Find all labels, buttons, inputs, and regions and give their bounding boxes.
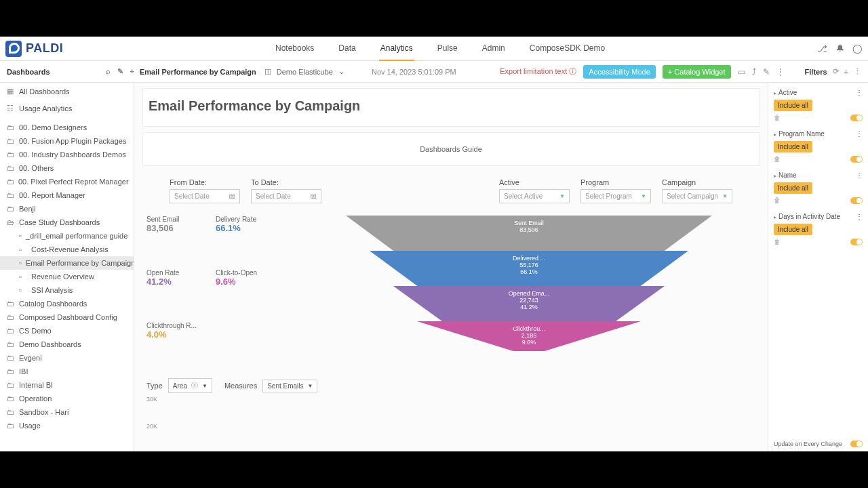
nav-pulse[interactable]: Pulse — [436, 37, 459, 61]
sidebar-folder[interactable]: 🗀00. Fusion App Plugin Packages — [0, 134, 134, 148]
filter-toggle[interactable] — [850, 239, 863, 245]
export-limitation-link[interactable]: Export limitation text ⓘ — [500, 66, 576, 77]
more-icon[interactable]: ⋮ — [856, 213, 863, 220]
cube-icon: ◫ — [264, 67, 271, 76]
funnel-step[interactable]: Opened Ema...22,74341.2% — [393, 286, 665, 321]
sidebar-folder[interactable]: 🗀00. Others — [0, 161, 134, 175]
campaign-select[interactable]: Select Campaign▼ — [662, 189, 732, 203]
sidebar-dashboard[interactable]: ▫_drill_email performance guide — [0, 229, 134, 243]
nav-admin[interactable]: Admin — [481, 37, 507, 61]
filter-group-header[interactable]: ▸Program Name⋮ — [774, 128, 863, 140]
sidebar-folder[interactable]: 🗀Sandbox - Hari — [0, 405, 134, 419]
nav-data[interactable]: Data — [337, 37, 357, 61]
catalog-widget-button[interactable]: + Catalog Widget — [663, 65, 731, 79]
filter-toggle[interactable] — [850, 156, 863, 163]
search-icon[interactable]: ⌕ — [106, 67, 111, 76]
sidebar-folder[interactable]: 🗀00. Pixel Perfect Reprot Manager — [0, 175, 134, 188]
pencil-icon[interactable]: ✎ — [763, 67, 770, 77]
sidebar-folder[interactable]: 🗀00. Industry Dashboards Demos — [0, 148, 134, 161]
sidebar-dashboard[interactable]: ▫SSI Analysis — [0, 283, 134, 297]
sidebar-folder[interactable]: 🗀Evgeni — [0, 351, 134, 365]
from-date-input[interactable]: Select Date📅︎ — [170, 189, 240, 203]
chevron-down-icon: ▼ — [308, 383, 313, 389]
git-icon[interactable]: ⎇ — [817, 43, 827, 54]
chevron-down-icon: ▼ — [202, 383, 208, 389]
filter-tag[interactable]: Include all — [774, 141, 812, 152]
sidebar-folder[interactable]: 🗀00. Report Manager — [0, 188, 134, 202]
trash-icon[interactable]: 🗑︎ — [774, 155, 781, 163]
type-select[interactable]: Areaⓧ▼ — [168, 378, 212, 393]
add-filter-icon[interactable]: + — [844, 68, 848, 76]
trash-icon[interactable]: 🗑︎ — [774, 238, 781, 245]
funnel-step[interactable]: Sent Email83,506 — [346, 216, 712, 251]
filter-tag[interactable]: Include all — [774, 224, 812, 235]
bell-icon[interactable]: 🔔︎ — [835, 43, 844, 54]
type-label: Type — [146, 382, 163, 390]
folder-icon: 🗀 — [7, 300, 15, 308]
update-on-change-label: Update on Every Change — [774, 441, 842, 447]
sidebar-folder[interactable]: 🗀Composed Dashboard Config — [0, 310, 134, 324]
sidebar-folder[interactable]: 🗀IBI — [0, 365, 134, 378]
nav-icons: ⎇ 🔔︎ ◯ — [817, 43, 863, 54]
sidebar-all-dashboards[interactable]: ▦All Dashboards — [0, 83, 134, 100]
sidebar-folder[interactable]: 🗀Operation — [0, 392, 134, 405]
guide-link[interactable]: Dashboards Guide — [142, 132, 760, 166]
more-icon[interactable]: ⋮ — [856, 171, 863, 179]
sidebar-dashboard-selected[interactable]: ▫Email Performance by Campaign — [0, 256, 134, 270]
sidebar-folder[interactable]: 🗀Internal BI — [0, 378, 134, 392]
filter-group-header[interactable]: ▸Days in Activity Date⋮ — [774, 211, 863, 222]
edit-icon[interactable]: ✎ — [117, 67, 123, 76]
filter-tag[interactable]: Include all — [774, 182, 812, 194]
filter-toggle[interactable] — [850, 197, 863, 204]
share-icon[interactable]: ⤴ — [752, 67, 756, 77]
sidebar-folder[interactable]: 🗀CS Demo — [0, 324, 134, 338]
funnel-step[interactable]: Delivered ...55,17666.1% — [370, 251, 688, 286]
sidebar-dashboard[interactable]: ▫Cost-Revenue Analysis — [0, 243, 134, 256]
chart-icon: ☷ — [7, 104, 15, 113]
folder-icon: 🗀 — [7, 164, 15, 172]
sidebar-folder[interactable]: 🗀Catalog Dashboards — [0, 297, 134, 310]
stat-label: Sent Email — [146, 216, 198, 223]
program-label: Program — [580, 178, 651, 186]
filter-tag[interactable]: Include all — [774, 100, 812, 111]
sidebar-usage-analytics[interactable]: ☷Usage Analytics — [0, 100, 134, 117]
active-select[interactable]: Select Active▼ — [499, 189, 570, 203]
sidebar-folder-open[interactable]: 🗁Case Study Dashboards — [0, 216, 134, 229]
clear-icon[interactable]: ⓧ — [191, 381, 198, 390]
more-icon[interactable]: ⋮ — [776, 67, 785, 77]
filter-more-icon[interactable]: ⋮ — [854, 67, 861, 76]
nav-links: Notebooks Data Analytics Pulse Admin Com… — [274, 37, 606, 61]
program-select[interactable]: Select Program▼ — [580, 189, 651, 203]
sidebar-folder[interactable]: 🗀Usage — [0, 419, 134, 432]
more-icon[interactable]: ⋮ — [856, 89, 863, 96]
filter-group-header[interactable]: ▸Active⋮ — [774, 87, 863, 98]
trash-icon[interactable]: 🗑︎ — [774, 114, 781, 121]
nav-notebooks[interactable]: Notebooks — [274, 37, 315, 61]
more-icon[interactable]: ⋮ — [856, 130, 863, 138]
y-tick: 20K — [142, 423, 760, 430]
sidebar-folder[interactable]: 🗀Demo Dashboards — [0, 338, 134, 351]
sidebar: ▦All Dashboards ☷Usage Analytics 🗀00. De… — [0, 83, 134, 451]
funnel-step[interactable]: Clickthrou...2,1859.6% — [417, 321, 641, 351]
sidebar-folder[interactable]: 🗀00. Demo Designers — [0, 121, 134, 134]
stat-value: 41.2% — [146, 277, 198, 287]
chevron-down-icon: ⌄ — [338, 67, 344, 76]
filter-toggle[interactable] — [850, 115, 863, 121]
to-date-input[interactable]: Select Date📅︎ — [251, 189, 321, 203]
sidebar-folder[interactable]: 🗀Benji — [0, 202, 134, 216]
accessibility-button[interactable]: Accessibility Mode — [583, 65, 655, 79]
measures-select[interactable]: Sent Emails▼ — [262, 380, 317, 392]
user-icon[interactable]: ◯ — [852, 43, 863, 54]
sidebar-dashboard[interactable]: ▫Revenue Overview — [0, 270, 134, 283]
trash-icon[interactable]: 🗑︎ — [774, 197, 781, 204]
filter-group-header[interactable]: ▸Name⋮ — [774, 169, 863, 181]
refresh-icon[interactable]: ⟳ — [833, 67, 839, 76]
datasource-picker[interactable]: ◫ Demo Elasticube ⌄ — [264, 67, 344, 76]
dash-icon: ▫ — [19, 286, 27, 294]
update-toggle[interactable] — [850, 441, 863, 447]
pdf-icon[interactable]: ▭ — [738, 67, 745, 77]
stat-label: Click-to-Open — [216, 269, 267, 277]
stat-label: Open Rate — [146, 269, 198, 277]
nav-composesdk[interactable]: ComposeSDK Demo — [528, 37, 606, 61]
nav-analytics[interactable]: Analytics — [379, 37, 414, 61]
